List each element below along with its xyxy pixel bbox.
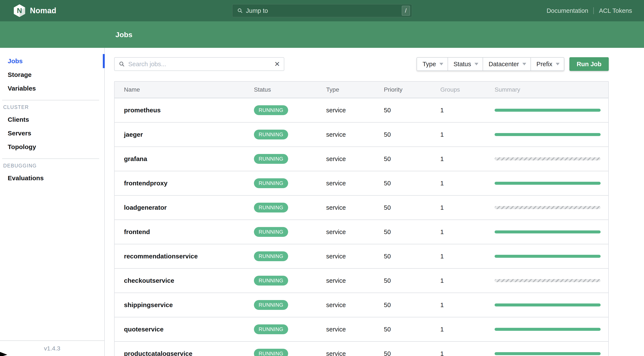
search-jobs-input[interactable] xyxy=(128,61,274,68)
job-status-cell: RUNNING xyxy=(254,324,326,334)
sidebar-footer: v1.4.3 xyxy=(0,341,104,356)
job-name: checkoutservice xyxy=(114,277,254,284)
job-summary-cell xyxy=(494,109,608,112)
job-name: shippingservice xyxy=(114,301,254,309)
table-row-frontendproxy[interactable]: frontendproxyRUNNINGservice501 xyxy=(114,171,608,196)
topnav-link-documentation[interactable]: Documentation xyxy=(546,7,588,14)
column-header-type[interactable]: Type xyxy=(326,86,384,93)
summary-bar-solid xyxy=(494,133,600,136)
sidebar-item-jobs[interactable]: Jobs xyxy=(0,54,104,68)
sidebar-item-evaluations[interactable]: Evaluations xyxy=(0,171,104,185)
status-badge: RUNNING xyxy=(254,203,288,213)
job-status-cell: RUNNING xyxy=(254,251,326,261)
job-status-cell: RUNNING xyxy=(254,349,326,356)
table-row-jaeger[interactable]: jaegerRUNNINGservice501 xyxy=(114,123,608,147)
sidebar-primary-nav: JobsStorageVariables xyxy=(0,54,104,95)
nomad-logo-icon: N xyxy=(13,4,26,17)
job-priority: 50 xyxy=(384,277,440,284)
job-type: service xyxy=(326,350,384,356)
filter-dropdown-type[interactable]: Type xyxy=(417,58,448,70)
summary-bar-solid xyxy=(494,182,600,185)
job-summary-cell xyxy=(494,328,608,331)
column-header-status[interactable]: Status xyxy=(254,86,326,93)
table-header-row: NameStatusTypePriorityGroupsSummary xyxy=(114,82,608,98)
chevron-down-icon xyxy=(556,63,560,65)
table-row-grafana[interactable]: grafanaRUNNINGservice501 xyxy=(114,147,608,171)
job-priority: 50 xyxy=(384,350,440,356)
sidebar-item-servers[interactable]: Servers xyxy=(0,126,104,140)
job-type: service xyxy=(326,204,384,211)
job-priority: 50 xyxy=(384,204,440,211)
active-indicator xyxy=(103,54,105,68)
topnav-links: DocumentationACL Tokens xyxy=(546,7,632,14)
job-priority: 50 xyxy=(384,253,440,260)
job-type: service xyxy=(326,326,384,333)
summary-bar-striped xyxy=(494,279,600,282)
sidebar-item-clients[interactable]: Clients xyxy=(0,113,104,126)
clear-search-icon[interactable]: ✕ xyxy=(274,61,280,67)
job-summary-cell xyxy=(494,279,608,282)
job-status-cell: RUNNING xyxy=(254,130,326,139)
job-priority: 50 xyxy=(384,131,440,138)
job-priority: 50 xyxy=(384,155,440,163)
job-groups: 1 xyxy=(440,107,494,114)
status-badge: RUNNING xyxy=(254,227,288,237)
sidebar-sections: CLUSTERClientsServersTopologyDEBUGGINGEv… xyxy=(0,100,104,185)
job-groups: 1 xyxy=(440,229,494,236)
jobs-search-box: ✕ xyxy=(114,57,284,71)
sidebar-item-variables[interactable]: Variables xyxy=(0,82,104,95)
nomad-brand[interactable]: N Nomad xyxy=(13,4,56,17)
job-status-cell: RUNNING xyxy=(254,203,326,213)
sidebar-item-topology[interactable]: Topology xyxy=(0,140,104,154)
filter-group: TypeStatusDatacenterPrefix xyxy=(416,57,564,71)
job-name: productcatalogservice xyxy=(114,350,254,356)
table-row-quoteservice[interactable]: quoteserviceRUNNINGservice501 xyxy=(114,317,608,342)
sidebar-item-storage[interactable]: Storage xyxy=(0,68,104,82)
column-header-name[interactable]: Name xyxy=(114,86,254,93)
run-job-button[interactable]: Run Job xyxy=(570,57,609,71)
job-name: prometheus xyxy=(114,107,254,114)
job-priority: 50 xyxy=(384,326,440,333)
job-status-cell: RUNNING xyxy=(254,300,326,310)
summary-bar-solid xyxy=(494,352,600,355)
filter-dropdown-status[interactable]: Status xyxy=(448,58,483,70)
table-row-checkoutservice[interactable]: checkoutserviceRUNNINGservice501 xyxy=(114,269,608,293)
table-row-shippingservice[interactable]: shippingserviceRUNNINGservice501 xyxy=(114,293,608,317)
jump-to-placeholder: Jump to xyxy=(246,7,268,14)
job-priority: 50 xyxy=(384,180,440,187)
search-icon xyxy=(237,8,243,13)
job-name: frontend xyxy=(114,228,254,236)
table-row-loadgenerator[interactable]: loadgeneratorRUNNINGservice501 xyxy=(114,196,608,220)
job-summary-cell xyxy=(494,133,608,136)
column-header-priority[interactable]: Priority xyxy=(384,86,440,93)
table-row-prometheus[interactable]: prometheusRUNNINGservice501 xyxy=(114,98,608,123)
brand-name: Nomad xyxy=(30,6,56,15)
search-icon xyxy=(119,61,125,67)
job-groups: 1 xyxy=(440,302,494,309)
svg-text:N: N xyxy=(17,6,22,14)
controls-row: ✕ TypeStatusDatacenterPrefix Run Job xyxy=(114,57,609,71)
job-groups: 1 xyxy=(440,253,494,260)
filter-dropdown-prefix[interactable]: Prefix xyxy=(531,58,564,70)
status-badge: RUNNING xyxy=(254,300,288,310)
job-status-cell: RUNNING xyxy=(254,105,326,115)
status-badge: RUNNING xyxy=(254,324,288,334)
filter-dropdown-datacenter[interactable]: Datacenter xyxy=(483,58,531,70)
table-row-recommendationservice[interactable]: recommendationserviceRUNNINGservice501 xyxy=(114,244,608,269)
job-summary-cell xyxy=(494,157,608,160)
status-badge: RUNNING xyxy=(254,251,288,261)
table-row-productcatalogservice[interactable]: productcatalogserviceRUNNINGservice501 xyxy=(114,342,608,356)
sidebar-divider xyxy=(2,100,99,100)
job-name: recommendationservice xyxy=(114,253,254,260)
job-status-cell: RUNNING xyxy=(254,227,326,237)
job-status-cell: RUNNING xyxy=(254,154,326,164)
job-groups: 1 xyxy=(440,155,494,163)
job-type: service xyxy=(326,253,384,260)
table-row-frontend[interactable]: frontendRUNNINGservice501 xyxy=(114,220,608,244)
topnav-link-acl-tokens[interactable]: ACL Tokens xyxy=(599,7,632,14)
status-badge: RUNNING xyxy=(254,130,288,139)
status-badge: RUNNING xyxy=(254,349,288,356)
chevron-down-icon xyxy=(522,63,526,65)
jump-to-search[interactable]: Jump to / xyxy=(232,4,412,17)
slash-shortcut-key: / xyxy=(402,6,410,15)
